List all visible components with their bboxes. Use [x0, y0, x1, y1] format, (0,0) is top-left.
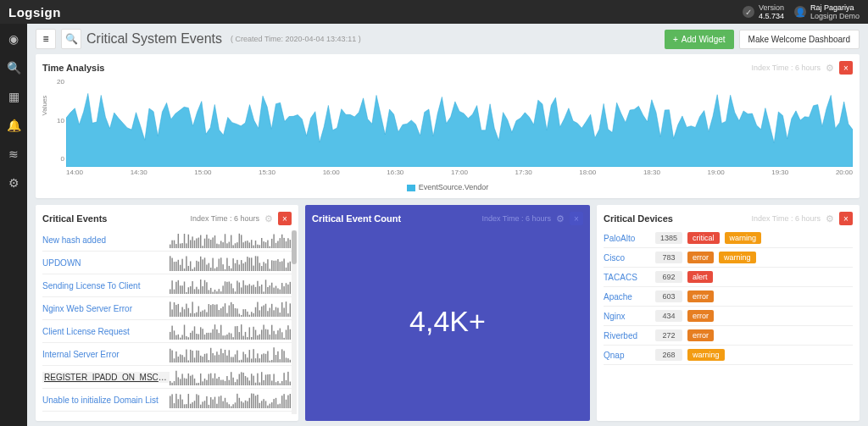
- close-icon[interactable]: ×: [570, 212, 583, 225]
- event-link[interactable]: New hash added: [42, 235, 170, 245]
- svg-rect-134: [198, 289, 199, 294]
- legend-swatch: [407, 185, 415, 191]
- svg-rect-105: [261, 266, 262, 271]
- device-link[interactable]: Apache: [604, 292, 650, 302]
- svg-rect-169: [270, 285, 270, 294]
- svg-rect-307: [184, 357, 185, 362]
- event-link[interactable]: Sending License To Client: [42, 281, 170, 290]
- svg-rect-86: [222, 264, 223, 271]
- gear-icon[interactable]: ⚙: [264, 213, 273, 224]
- svg-rect-218: [247, 312, 248, 317]
- svg-rect-141: [212, 292, 213, 294]
- scroll-thumb[interactable]: [292, 230, 297, 264]
- svg-rect-327: [225, 350, 225, 362]
- device-count: 783: [655, 252, 682, 263]
- alerts-icon[interactable]: 🔔: [7, 119, 21, 132]
- svg-rect-81: [212, 258, 213, 271]
- close-icon[interactable]: ×: [839, 212, 853, 225]
- svg-rect-332: [235, 354, 236, 362]
- close-icon[interactable]: ×: [278, 212, 292, 225]
- event-link[interactable]: REGISTER_IPADD_ON_MSCB_FAILED: [42, 372, 170, 383]
- add-widget-button[interactable]: +Add Widget: [665, 30, 734, 49]
- status-badge: warning: [725, 232, 762, 244]
- svg-rect-478: [287, 396, 288, 408]
- svg-rect-209: [229, 306, 230, 317]
- svg-rect-417: [286, 380, 287, 385]
- x-tick: 18:30: [643, 169, 660, 176]
- svg-rect-182: [174, 302, 175, 317]
- user-block[interactable]: 👤 Raj Pagariya Logsign Demo: [794, 3, 860, 20]
- svg-rect-284: [259, 335, 260, 340]
- search-icon[interactable]: 🔍: [7, 61, 21, 75]
- svg-rect-435: [200, 405, 201, 408]
- svg-rect-273: [236, 326, 237, 340]
- svg-rect-222: [255, 307, 256, 317]
- gear-icon[interactable]: ⚙: [556, 213, 565, 224]
- device-link[interactable]: Nginx: [604, 312, 650, 321]
- event-link[interactable]: UPDOWN: [42, 258, 170, 268]
- svg-rect-72: [194, 268, 195, 271]
- svg-rect-288: [267, 329, 268, 340]
- svg-rect-65: [180, 265, 181, 271]
- svg-rect-113: [277, 259, 278, 271]
- device-link[interactable]: Cisco: [604, 253, 650, 263]
- svg-rect-345: [261, 354, 262, 362]
- svg-rect-312: [194, 357, 195, 362]
- svg-rect-185: [180, 313, 181, 317]
- x-tick: 16:00: [323, 169, 340, 176]
- svg-rect-256: [202, 329, 203, 340]
- svg-rect-429: [188, 394, 189, 408]
- svg-rect-311: [192, 351, 192, 362]
- svg-rect-129: [188, 287, 189, 294]
- event-link[interactable]: Client License Request: [42, 327, 170, 336]
- svg-rect-324: [219, 355, 220, 362]
- event-link[interactable]: Internal Server Error: [42, 350, 170, 359]
- device-link[interactable]: Qnap: [604, 351, 650, 360]
- svg-rect-252: [194, 326, 195, 340]
- svg-rect-175: [281, 283, 282, 294]
- device-link[interactable]: TACACS: [604, 273, 650, 282]
- svg-rect-132: [194, 289, 195, 294]
- dashboard-icon[interactable]: ◉: [8, 32, 19, 46]
- make-welcome-button[interactable]: Make Welcome Dashboard: [739, 30, 860, 49]
- svg-rect-355: [281, 349, 282, 362]
- device-link[interactable]: Riverbed: [604, 331, 650, 340]
- svg-rect-397: [245, 376, 246, 385]
- x-ticks: 14:0014:3015:0015:3016:0016:3017:0017:30…: [66, 169, 853, 176]
- svg-rect-17: [204, 239, 205, 248]
- reports-icon[interactable]: ▦: [8, 90, 19, 103]
- svg-rect-107: [265, 263, 266, 271]
- svg-rect-91: [232, 258, 233, 271]
- svg-rect-317: [204, 354, 205, 362]
- event-row: Unable to initialize Domain List: [42, 389, 292, 412]
- settings-icon[interactable]: ⚙: [8, 176, 19, 190]
- search-button[interactable]: 🔍: [61, 29, 81, 49]
- status-badge: critical: [687, 232, 720, 244]
- gear-icon[interactable]: ⚙: [826, 63, 834, 74]
- event-list: New hash addedUPDOWNSending License To C…: [42, 229, 292, 414]
- svg-rect-159: [249, 284, 250, 294]
- time-index-label: Index Time : 6 hours: [751, 64, 821, 72]
- svg-rect-380: [210, 373, 211, 385]
- scrollbar[interactable]: [292, 230, 297, 414]
- brand-logo: Logsign: [8, 5, 61, 19]
- menu-toggle-button[interactable]: ≡: [36, 29, 56, 49]
- svg-rect-208: [226, 313, 227, 317]
- svg-rect-153: [236, 281, 237, 294]
- svg-rect-99: [249, 257, 250, 271]
- svg-rect-237: [286, 302, 287, 317]
- svg-rect-44: [259, 245, 260, 248]
- device-link[interactable]: PaloAlto: [604, 234, 650, 243]
- svg-rect-298: [287, 325, 288, 340]
- event-link[interactable]: Unable to initialize Domain List: [42, 396, 170, 405]
- svg-rect-341: [253, 349, 253, 362]
- svg-rect-53: [277, 241, 278, 248]
- close-icon[interactable]: ×: [839, 61, 853, 75]
- svg-rect-236: [283, 307, 284, 317]
- gear-icon[interactable]: ⚙: [826, 213, 834, 224]
- svg-rect-39: [249, 242, 250, 248]
- event-link[interactable]: Nginx Web Server Error: [42, 304, 170, 313]
- svg-rect-97: [245, 262, 246, 271]
- wifi-icon[interactable]: ≋: [8, 147, 19, 161]
- sparkline: [170, 254, 292, 271]
